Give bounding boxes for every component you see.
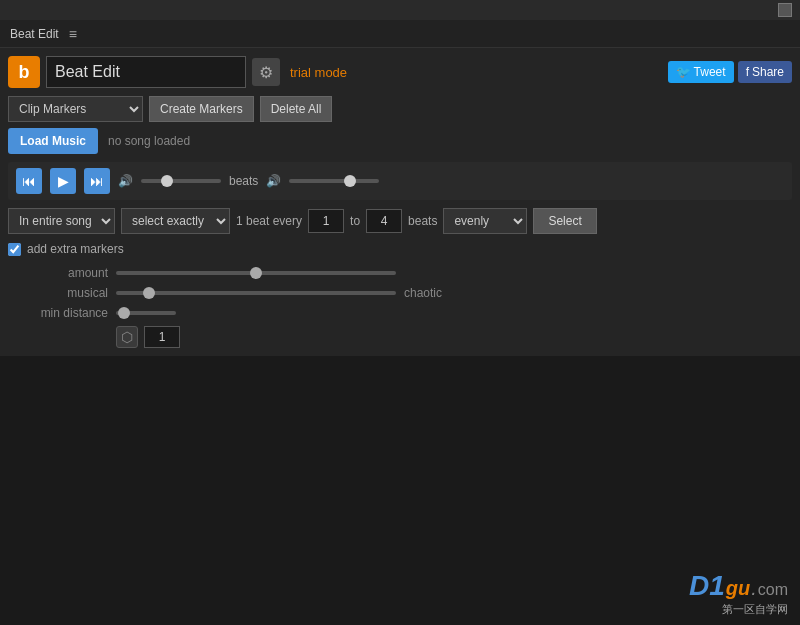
extra-markers-checkbox[interactable] [8, 243, 21, 256]
skip-forward-icon: ⏭ [90, 173, 104, 189]
load-music-row: Load Music no song loaded [8, 128, 792, 154]
watermark-sub: 第一区自学网 [689, 602, 788, 617]
select-button[interactable]: Select [533, 208, 596, 234]
evenly-dropdown[interactable]: evenly randomly [443, 208, 527, 234]
beats-volume-icon: 🔊 [266, 174, 281, 188]
volume-icon: 🔊 [118, 174, 133, 188]
facebook-icon: f [746, 65, 749, 79]
main-panel: b ⚙ trial mode 🐦 Tweet f Share Clip Mark… [0, 48, 800, 356]
title-bar: Beat Edit ≡ [0, 20, 800, 48]
checkbox-row: add extra markers [8, 242, 792, 256]
volume-slider-container [141, 179, 221, 183]
distance-value-row: ⬡ [8, 326, 792, 348]
delete-all-button[interactable]: Delete All [260, 96, 333, 122]
watermark-dot: . [751, 577, 757, 600]
amount-row: amount [8, 266, 792, 280]
watermark-gu: gu [726, 577, 750, 600]
musical-slider[interactable] [116, 291, 396, 295]
tweet-button[interactable]: 🐦 Tweet [668, 61, 734, 83]
watermark-content: D1 gu . com 第一区自学网 [689, 570, 788, 617]
amount-label: amount [28, 266, 108, 280]
beats-text-label: beats [408, 214, 437, 228]
musical-row: musical chaotic [8, 286, 792, 300]
mode-dropdown[interactable]: select exactly select at least select at… [121, 208, 230, 234]
min-distance-label: min distance [28, 306, 108, 320]
share-button[interactable]: f Share [738, 61, 792, 83]
player-row: ⏮ ▶ ⏭ 🔊 beats 🔊 [8, 162, 792, 200]
skip-back-button[interactable]: ⏮ [16, 168, 42, 194]
load-music-button[interactable]: Load Music [8, 128, 98, 154]
controls-row: Clip Markers Sequence Markers Comment Ma… [8, 96, 792, 122]
to-input[interactable] [366, 209, 402, 233]
scrollbar-thumb[interactable] [778, 3, 792, 17]
watermark-d1: D1 [689, 570, 725, 602]
social-buttons: 🐦 Tweet f Share [668, 61, 792, 83]
selection-row: In entire song In selection In work area… [8, 208, 792, 234]
title-bar-menu-icon[interactable]: ≡ [69, 26, 77, 42]
no-song-status: no song loaded [108, 134, 190, 148]
distance-value-input[interactable] [144, 326, 180, 348]
trial-mode-label: trial mode [290, 65, 347, 80]
skip-back-icon: ⏮ [22, 173, 36, 189]
chaotic-label: chaotic [404, 286, 442, 300]
watermark-com: com [758, 581, 788, 599]
beats-slider-container [289, 179, 379, 183]
musical-label: musical [28, 286, 108, 300]
range-dropdown[interactable]: In entire song In selection In work area [8, 208, 115, 234]
settings-icon[interactable]: ⚙ [252, 58, 280, 86]
watermark: D1 gu . com 第一区自学网 [689, 570, 788, 617]
play-button[interactable]: ▶ [50, 168, 76, 194]
app-title-input[interactable] [46, 56, 246, 88]
header-row: b ⚙ trial mode 🐦 Tweet f Share [8, 56, 792, 88]
top-bar [0, 0, 800, 20]
play-icon: ▶ [58, 173, 69, 189]
beats-label: beats [229, 174, 258, 188]
min-distance-slider[interactable] [116, 311, 176, 315]
marker-type-dropdown[interactable]: Clip Markers Sequence Markers Comment Ma… [8, 96, 143, 122]
from-input[interactable] [308, 209, 344, 233]
title-bar-text: Beat Edit [10, 27, 59, 41]
skip-forward-button[interactable]: ⏭ [84, 168, 110, 194]
twitter-icon: 🐦 [676, 65, 691, 79]
create-markers-button[interactable]: Create Markers [149, 96, 254, 122]
distance-icon: ⬡ [116, 326, 138, 348]
beats-slider[interactable] [289, 179, 379, 183]
extra-markers-label[interactable]: add extra markers [27, 242, 124, 256]
to-label: to [350, 214, 360, 228]
beat-every-label: 1 beat every [236, 214, 302, 228]
volume-slider[interactable] [141, 179, 221, 183]
amount-slider[interactable] [116, 271, 396, 275]
min-distance-row: min distance [8, 306, 792, 320]
logo-icon: b [8, 56, 40, 88]
